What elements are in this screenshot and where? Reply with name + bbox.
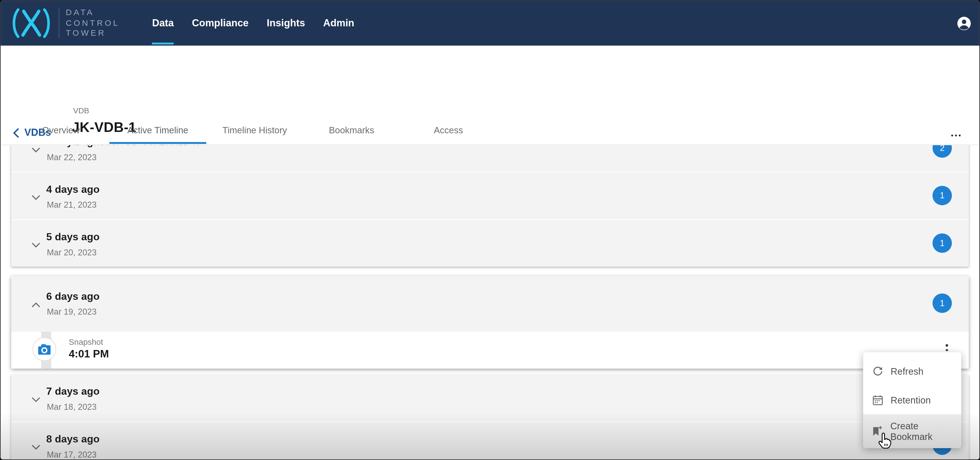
app-title: DATACONTROLTOWER — [66, 8, 120, 38]
event-count-badge: 1 — [932, 294, 952, 313]
entity-type-label: VDB — [73, 106, 89, 115]
row-label: 8 days ago — [46, 433, 100, 445]
row-label: 4 days ago — [46, 183, 100, 195]
chevron-down-icon[interactable] — [32, 398, 40, 402]
menu-item-label: Retention — [891, 395, 931, 405]
tab-bookmarks[interactable]: Bookmarks — [303, 125, 400, 145]
row-label: 3 days ago — [46, 145, 100, 148]
chevron-down-icon[interactable] — [32, 445, 40, 450]
event-type-label: Snapshot — [69, 337, 103, 347]
event-marker — [33, 337, 56, 361]
nav-item-admin[interactable]: Admin — [323, 0, 355, 46]
refresh-icon — [872, 366, 883, 376]
chevron-down-icon[interactable] — [32, 148, 40, 153]
event-count-badge: 2 — [932, 145, 952, 158]
camera-icon — [38, 344, 51, 355]
chevron-down-icon[interactable] — [32, 195, 40, 200]
main-nav: Data Compliance Insights Admin — [152, 0, 372, 46]
menu-item-refresh[interactable]: Refresh — [863, 356, 961, 385]
bookmark-add-icon — [872, 425, 883, 437]
timeline-row-mar19[interactable]: 6 days ago Mar 19, 2023 1 — [11, 276, 969, 332]
menu-item-create-bookmark[interactable]: Create Bookmark — [863, 414, 961, 448]
menu-item-retention[interactable]: Retention — [863, 385, 961, 414]
snapshot-context-menu: Refresh Retention — [863, 352, 961, 448]
tab-active-timeline[interactable]: Active Timeline — [109, 125, 206, 145]
row-label: 7 days ago — [46, 385, 100, 397]
chevron-down-icon[interactable] — [32, 243, 40, 248]
timeline-expanded-card: 6 days ago Mar 19, 2023 1 Snapshot 4:01 … — [11, 276, 969, 369]
row-label: 5 days ago — [46, 231, 100, 243]
timeline-row-mar22[interactable]: 3 days ago Mar 22, 2023 2 — [11, 145, 969, 171]
tab-access[interactable]: Access — [400, 125, 497, 145]
tab-bar: Overview Active Timeline Timeline Histor… — [13, 125, 497, 145]
timeline-row-mar17[interactable]: 8 days ago Mar 17, 2023 1 — [11, 421, 969, 460]
timeline-row-mar21[interactable]: 4 days ago Mar 21, 2023 1 — [11, 171, 969, 219]
menu-item-label: Refresh — [891, 366, 924, 376]
tab-overview[interactable]: Overview — [13, 125, 110, 145]
user-avatar-icon[interactable] — [957, 16, 971, 30]
row-date: Mar 22, 2023 — [47, 153, 97, 162]
nav-item-data[interactable]: Data — [152, 0, 174, 46]
row-date: Mar 21, 2023 — [47, 200, 97, 209]
event-count-badge: 1 — [932, 233, 952, 253]
menu-item-label: Create Bookmark — [891, 420, 961, 442]
more-actions-button[interactable] — [949, 132, 963, 139]
delphix-logo-icon — [9, 7, 53, 40]
tab-timeline-history[interactable]: Timeline History — [206, 125, 303, 145]
timeline-list: 3 days ago Mar 22, 2023 2 4 days ago Mar… — [0, 145, 979, 460]
event-count-badge: 1 — [932, 186, 952, 206]
page-header: VDBs VDB JK-VDB-1 ID: 5-MSSQL_DB_CONTAIN… — [0, 46, 979, 145]
nav-item-insights[interactable]: Insights — [267, 0, 305, 46]
timeline-row-mar18[interactable]: 7 days ago Mar 18, 2023 1 — [11, 375, 969, 421]
event-time: 4:01 PM — [69, 348, 109, 361]
top-nav-bar: DATACONTROLTOWER Data Compliance Insight… — [0, 0, 979, 46]
row-date: Mar 19, 2023 — [47, 307, 97, 316]
calendar-icon — [872, 395, 883, 405]
snapshot-event-row: Snapshot 4:01 PM — [11, 332, 969, 369]
timeline-group-paper: 7 days ago Mar 18, 2023 1 8 days ago Mar… — [11, 375, 969, 460]
row-label: 6 days ago — [46, 291, 100, 302]
timeline-group-paper: 3 days ago Mar 22, 2023 2 4 days ago Mar… — [11, 145, 969, 267]
logo-divider — [59, 8, 59, 38]
row-date: Mar 20, 2023 — [47, 248, 97, 257]
app-window: DATACONTROLTOWER Data Compliance Insight… — [0, 0, 980, 460]
row-date: Mar 18, 2023 — [47, 402, 97, 412]
row-date: Mar 17, 2023 — [47, 450, 97, 459]
nav-item-compliance[interactable]: Compliance — [192, 0, 248, 46]
chevron-up-icon[interactable] — [32, 302, 40, 307]
timeline-row-mar20[interactable]: 5 days ago Mar 20, 2023 1 — [11, 219, 969, 266]
